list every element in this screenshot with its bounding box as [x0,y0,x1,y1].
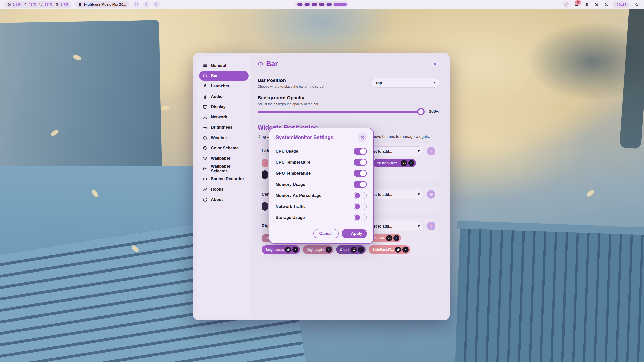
night-light-button[interactable] [603,1,610,8]
volume-button[interactable] [583,1,590,8]
toggle-knob [360,148,366,154]
heart-icon [155,2,159,6]
brightness-button[interactable] [593,1,600,8]
sidebar-item-bar[interactable]: Bar [199,71,249,81]
sidebar-item-label: Hooks [211,187,223,192]
apply-button[interactable]: Apply [342,229,367,238]
chip-remove-button[interactable] [358,247,364,253]
window-close-button[interactable] [430,59,439,69]
system-stats-pill[interactable]: 1.8% 43°C 38°C 9.7G [4,1,71,8]
slider-fill [258,111,421,113]
background-opacity-label: Background Opacity [258,95,439,101]
toggle-cpu-temperature[interactable] [354,159,367,166]
clock-pill[interactable]: 00:28 [613,1,630,8]
workspace-dot[interactable] [297,3,303,6]
chip-settings-button[interactable] [351,247,357,253]
heart-button-1[interactable] [143,1,150,8]
oval-icon [203,73,208,78]
slider-handle[interactable] [417,108,425,115]
skull-icon [134,2,138,6]
chip-remove-button[interactable] [403,247,409,253]
workspace-active[interactable] [334,3,347,6]
skull-button[interactable] [133,1,140,8]
chip-settings-button[interactable] [386,235,392,241]
sidebar-item-display[interactable]: Display [199,102,249,112]
chip-settings-button[interactable] [395,247,401,253]
gear-icon [287,247,290,252]
chip-partial[interactable] [262,202,268,211]
dashboard-button[interactable] [633,1,640,8]
toggle-storage-usage[interactable] [354,214,367,221]
sidebar-item-brightness[interactable]: Brightness [199,122,249,132]
cpu-usage-stat: 1.8% [7,2,21,6]
sidebar-item-color-scheme[interactable]: Color Scheme [199,143,249,153]
toggle-memory-usage[interactable] [354,181,367,188]
toggle-cpu-usage[interactable] [354,148,367,155]
chip-brightness[interactable]: Brightness [262,245,300,254]
oval-icon [258,61,264,67]
settings-sidebar: General Bar Launcher Audio Display Netwo… [197,56,251,316]
heart-button-2[interactable] [153,1,160,8]
chip-custombutton[interactable]: CustomButt... [373,159,416,167]
toggle-knob [355,204,360,209]
notification-badge: 10 [575,0,581,5]
info-icon [203,197,208,202]
chip-partial[interactable] [262,170,268,179]
toggle-memory-as-percentage[interactable] [354,192,367,199]
close-icon [395,236,397,240]
sidebar-item-general[interactable]: General [199,60,249,71]
chip-nightlight[interactable]: NightLight [303,245,333,254]
chip-remove-button[interactable] [393,235,399,241]
notifications-button[interactable]: 10 [573,1,580,8]
workspace-dot[interactable] [305,3,310,6]
chip-clock[interactable]: Clock [336,245,366,254]
add-widget-button[interactable] [427,147,435,155]
chip-label: Clock [340,248,349,252]
background-opacity-slider[interactable] [258,111,425,113]
workspace-dot[interactable] [327,3,332,6]
media-player-pill[interactable]: Nightcore Music Mix 20... [75,1,129,8]
check-icon [346,231,349,236]
modal-title: SystemMonitor Settings [276,134,333,140]
sidebar-item-about[interactable]: About [199,194,249,205]
toggle-knob [360,159,366,165]
toggle-network-traffic[interactable] [354,203,367,210]
chevron-down-icon [417,224,420,228]
sidebar-item-screen-recorder[interactable]: Screen Recorder [199,174,249,184]
systemmonitor-settings-modal: SystemMonitor Settings CPU Usage CPU Tem… [269,128,374,244]
sidebar-item-wallpaper-selector[interactable]: Wallpaper Selector [199,163,249,174]
toggle-label: Memory As Percentage [276,193,321,198]
modal-close-button[interactable] [358,133,367,142]
bar-position-select[interactable]: Top [371,78,439,88]
add-widget-button[interactable] [427,190,435,199]
sidebar-item-launcher[interactable]: Launcher [199,81,249,91]
toggle-knob [355,215,360,220]
sidebar-item-hooks[interactable]: Hooks [199,184,249,194]
cpu-usage-value: 1.8% [13,2,21,6]
toggle-gpu-temperature[interactable] [354,170,367,177]
images-icon [203,166,208,171]
chip-partial[interactable] [262,159,268,167]
sidebar-item-weather[interactable]: Weather [199,132,249,143]
cpu-temp-value: 43°C [29,2,36,6]
sidebar-item-label: Screen Recorder [211,176,244,181]
close-icon [294,247,296,252]
bar-position-label: Bar Position [258,78,326,83]
close-icon [360,134,364,140]
workspace-dot[interactable] [312,3,317,6]
color-picker-button[interactable] [563,1,570,8]
chip-settings-button[interactable] [285,247,291,253]
chip-remove-button[interactable] [292,247,298,253]
sidebar-item-network[interactable]: Network [199,112,249,122]
chip-remove-button[interactable] [408,160,414,166]
sidebar-item-audio[interactable]: Audio [199,91,249,102]
sidebar-item-wallpaper[interactable]: Wallpaper [199,153,249,163]
chip-settings-button[interactable] [401,160,407,166]
cancel-button[interactable]: Cancel [313,229,339,238]
chip-sidepanel[interactable]: SidePanelT... [369,245,410,254]
workspaces-indicator[interactable] [295,1,349,8]
chip-remove-button[interactable] [326,247,332,253]
plus-icon [429,148,433,154]
workspace-dot[interactable] [319,3,325,6]
add-widget-button[interactable] [427,222,435,230]
